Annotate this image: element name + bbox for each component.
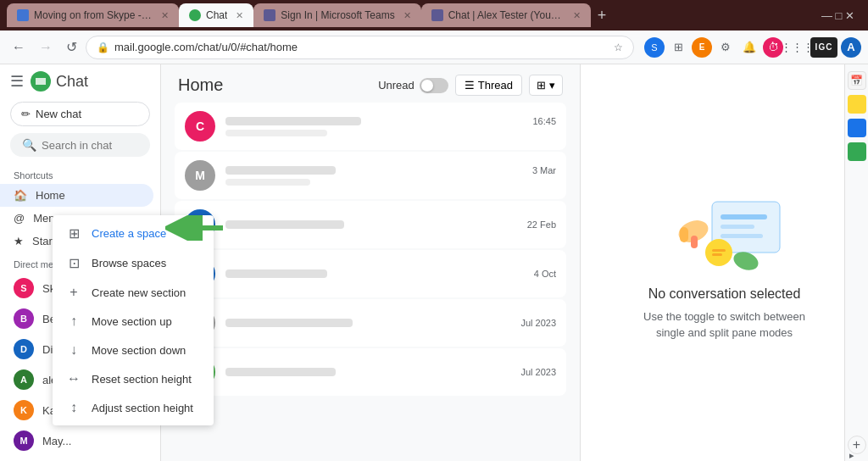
view-icon: ⊞ bbox=[537, 79, 546, 92]
right-panel: ✕ No conversation selected Use the toggl… bbox=[580, 64, 868, 461]
extension-icon1[interactable]: ⊞ bbox=[668, 37, 688, 58]
no-conversation-description: Use the toggle to switch between single … bbox=[640, 308, 810, 342]
thread-button[interactable]: ☰ Thread bbox=[455, 75, 522, 96]
chat-item[interactable]: 👤 Jul 2023 bbox=[175, 299, 566, 347]
back-button[interactable]: ← bbox=[7, 36, 31, 58]
browser-chrome: Moving on from Skype - Goog... ✕ Chat ✕ … bbox=[0, 0, 868, 64]
url-text: mail.google.com/chat/u/0/#chat/home bbox=[114, 41, 609, 53]
create-section-label: Create new section bbox=[92, 286, 186, 299]
tab1-close[interactable]: ✕ bbox=[161, 10, 169, 21]
bookmark-icon[interactable]: ☆ bbox=[614, 42, 623, 53]
chat-name-bar bbox=[225, 319, 353, 327]
chat-item[interactable]: S Jul 2023 bbox=[175, 348, 566, 396]
chat-time: 22 Feb bbox=[527, 219, 556, 230]
tab2-favicon bbox=[189, 9, 201, 21]
notification-icon[interactable]: 🔔 bbox=[739, 37, 760, 58]
tab3-label: Sign In | Microsoft Teams bbox=[281, 9, 394, 21]
search-input[interactable] bbox=[42, 139, 161, 152]
menu-item-move-down[interactable]: ↓ Move section down bbox=[53, 336, 214, 364]
app-logo-area: Chat bbox=[31, 71, 88, 92]
avatar: M bbox=[185, 160, 215, 191]
menu-item-create-section[interactable]: + Create new section bbox=[53, 278, 214, 307]
extension-icon2[interactable]: E bbox=[692, 37, 712, 58]
new-chat-button[interactable]: ✏ New chat bbox=[10, 102, 150, 126]
tab-chat[interactable]: Chat ✕ bbox=[179, 3, 253, 27]
chat-item[interactable]: D 4 Oct bbox=[175, 250, 566, 297]
tab1-label: Moving on from Skype - Goog... bbox=[34, 9, 153, 21]
chat-preview-bar bbox=[225, 179, 310, 186]
google-chat-logo bbox=[31, 71, 51, 92]
search-bar[interactable]: 🔍 bbox=[10, 133, 150, 157]
reset-height-label: Reset section height bbox=[92, 373, 192, 386]
menu-item-reset-height[interactable]: ↔ Reset section height bbox=[53, 364, 214, 393]
browser-actions: S ⊞ E ⚙ 🔔 ⏱ ⋮⋮⋮ IGC A bbox=[644, 37, 861, 58]
svg-rect-5 bbox=[721, 225, 754, 229]
address-bar[interactable]: 🔒 mail.google.com/chat/u/0/#chat/home ☆ bbox=[86, 36, 634, 59]
chat-name-bar bbox=[225, 220, 344, 229]
sidebar-item-may[interactable]: M May... bbox=[0, 425, 153, 456]
chat-list: C 16:45 M 3 Mar bbox=[161, 103, 580, 461]
menu-item-adjust-height[interactable]: ↕ Adjust section height bbox=[53, 393, 214, 422]
chat-time: 4 Oct bbox=[534, 269, 556, 279]
view-chevron: ▾ bbox=[549, 79, 555, 92]
chat-info: 3 Mar bbox=[225, 165, 556, 186]
reset-height-icon: ↔ bbox=[66, 371, 81, 386]
tasks-icon[interactable] bbox=[848, 119, 866, 137]
chat-name-row: 16:45 bbox=[225, 116, 556, 126]
avatar-button[interactable]: A bbox=[841, 37, 861, 58]
home-label: Home bbox=[36, 189, 65, 202]
avatar-skype: S bbox=[14, 278, 34, 298]
tab-bar: Moving on from Skype - Goog... ✕ Chat ✕ … bbox=[0, 0, 868, 31]
move-up-icon: ↑ bbox=[66, 314, 81, 329]
tab4-close[interactable]: ✕ bbox=[573, 10, 581, 21]
unread-toggle-area: Unread bbox=[378, 78, 448, 93]
sidebar-header: ☰ Chat bbox=[0, 64, 160, 98]
extension-settings[interactable]: ⚙ bbox=[715, 37, 736, 58]
menu-item-browse-spaces[interactable]: ⊡ Browse spaces bbox=[53, 248, 214, 278]
chat-name-bar bbox=[225, 166, 336, 175]
tab-teams-signin[interactable]: Sign In | Microsoft Teams ✕ bbox=[253, 3, 420, 27]
create-section-icon: + bbox=[66, 285, 81, 300]
window-controls[interactable]: — □ ✕ bbox=[821, 9, 854, 22]
menu-item-move-up[interactable]: ↑ Move section up bbox=[53, 307, 214, 336]
calendar-icon[interactable]: 📅 bbox=[848, 71, 866, 90]
reload-button[interactable]: ↺ bbox=[61, 36, 82, 58]
profile-icon[interactable]: S bbox=[644, 37, 665, 58]
main-header: Home Unread ☰ Thread ⊞ ▾ bbox=[161, 64, 580, 103]
tab2-close[interactable]: ✕ bbox=[236, 10, 243, 21]
svg-rect-9 bbox=[712, 253, 722, 256]
thread-label: Thread bbox=[478, 79, 513, 92]
sidebar-item-home[interactable]: 🏠 Home bbox=[0, 184, 153, 207]
unread-toggle[interactable] bbox=[420, 78, 448, 93]
tab3-close[interactable]: ✕ bbox=[403, 10, 411, 21]
view-button[interactable]: ⊞ ▾ bbox=[529, 75, 563, 96]
contacts-icon[interactable] bbox=[848, 142, 866, 161]
new-chat-icon: ✏ bbox=[21, 108, 31, 120]
toggle-knob bbox=[421, 80, 433, 92]
tab1-favicon bbox=[17, 9, 29, 21]
hamburger-icon[interactable]: ☰ bbox=[10, 72, 24, 91]
tab4-label: Chat | Alex Tester (You) | Mic... bbox=[448, 9, 565, 21]
chat-item[interactable]: C 16:45 bbox=[175, 103, 566, 150]
mentions-icon: @ bbox=[14, 212, 25, 225]
thread-icon: ☰ bbox=[465, 79, 475, 92]
dm-may-label: May... bbox=[42, 435, 71, 447]
chat-item[interactable]: M 3 Mar bbox=[175, 152, 566, 199]
search-icon: 🔍 bbox=[22, 138, 36, 152]
hamburger-area[interactable]: ☰ bbox=[10, 72, 24, 91]
expand-handle[interactable]: ▸ bbox=[849, 450, 854, 461]
new-chat-label: New chat bbox=[36, 108, 81, 120]
sticky-note-icon[interactable] bbox=[848, 95, 866, 114]
move-down-icon: ↓ bbox=[66, 342, 81, 358]
apps-icon[interactable]: ⋮⋮⋮ bbox=[787, 37, 807, 58]
browse-spaces-menu-label: Browse spaces bbox=[92, 257, 166, 269]
create-space-label: Create a space bbox=[92, 227, 166, 240]
svg-point-7 bbox=[705, 239, 732, 266]
tab-teams-chat[interactable]: Chat | Alex Tester (You) | Mic... ✕ bbox=[421, 3, 591, 27]
chat-item[interactable]: 🌐 22 Feb bbox=[175, 201, 566, 248]
tab-moving-on[interactable]: Moving on from Skype - Goog... ✕ bbox=[7, 3, 179, 27]
forward-button[interactable]: → bbox=[34, 36, 58, 58]
chat-name-bar bbox=[225, 368, 336, 376]
unread-label: Unread bbox=[378, 79, 415, 92]
new-tab-button[interactable]: + bbox=[591, 7, 614, 25]
